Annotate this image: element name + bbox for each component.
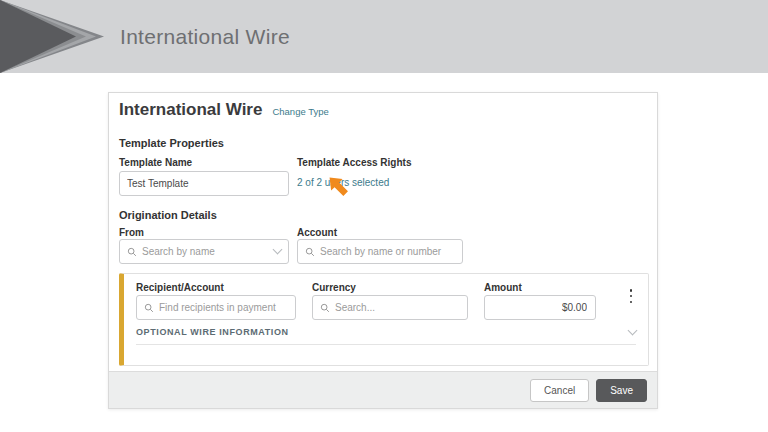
amount-label: Amount: [484, 282, 522, 293]
access-rights-label: Template Access Rights: [297, 157, 411, 168]
search-icon: [127, 247, 137, 257]
app-header: International Wire: [0, 0, 768, 73]
currency-search-input[interactable]: [335, 302, 460, 313]
cancel-button[interactable]: Cancel: [530, 379, 589, 402]
template-name-label: Template Name: [119, 157, 192, 168]
template-name-input[interactable]: [127, 178, 281, 189]
recipient-account-label: Recipient/Account: [136, 282, 224, 293]
recipient-field-wrap: [136, 295, 296, 320]
recipient-search-input[interactable]: [159, 302, 288, 313]
search-icon: [144, 303, 154, 313]
wire-template-card: International Wire Change Type Template …: [108, 92, 658, 409]
page-title: International Wire: [120, 0, 290, 73]
chevron-down-icon: [273, 245, 283, 255]
card-footer: Cancel Save: [109, 371, 657, 408]
brand-chevron-logo-icon: [0, 0, 110, 73]
row-options-kebab-icon[interactable]: [624, 288, 638, 304]
divider: [136, 344, 636, 345]
account-field-wrap: [297, 239, 463, 264]
account-search-input[interactable]: [320, 246, 455, 257]
mouse-pointer-icon: [325, 173, 351, 199]
optional-wire-info-expander[interactable]: OPTIONAL WIRE INFORMATION: [136, 322, 636, 342]
kebab-dot: [630, 289, 633, 292]
from-label: From: [119, 227, 144, 238]
save-button[interactable]: Save: [596, 379, 647, 402]
template-properties-heading: Template Properties: [119, 137, 224, 149]
amount-input[interactable]: [484, 295, 596, 320]
chevron-down-icon: [628, 325, 638, 335]
search-icon: [305, 247, 315, 257]
search-icon: [320, 303, 330, 313]
change-type-link[interactable]: Change Type: [272, 106, 328, 117]
currency-label: Currency: [312, 282, 356, 293]
template-name-field-wrap: [119, 171, 289, 196]
recipient-row-panel: Recipient/Account Currency Amount: [119, 273, 649, 366]
currency-field-wrap: [312, 295, 468, 320]
kebab-dot: [630, 301, 633, 304]
optional-wire-info-label: OPTIONAL WIRE INFORMATION: [136, 327, 289, 337]
page: International Wire International Wire Ch…: [0, 0, 768, 432]
card-title-row: International Wire Change Type: [119, 100, 329, 120]
logo-layer: [0, 0, 76, 73]
card-title: International Wire: [119, 100, 262, 120]
from-select[interactable]: [119, 239, 289, 264]
from-search-input[interactable]: [142, 246, 269, 257]
origination-details-heading: Origination Details: [119, 209, 217, 221]
account-label: Account: [297, 227, 337, 238]
kebab-dot: [630, 295, 633, 298]
